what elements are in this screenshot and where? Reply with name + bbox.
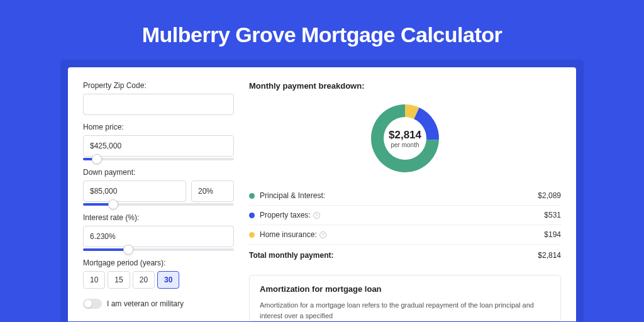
period-button-15[interactable]: 15 [108, 271, 130, 289]
total-value: $2,814 [538, 251, 561, 260]
interest-label: Interest rate (%): [83, 213, 234, 222]
breakdown-title: Monthly payment breakdown: [249, 81, 561, 91]
home-price-input[interactable] [83, 135, 234, 157]
home-price-label: Home price: [83, 123, 234, 131]
amortization-box: Amortization for mortgage loan Amortizat… [249, 275, 561, 321]
total-row: Total monthly payment: $2,814 [249, 245, 561, 266]
period-label: Mortgage period (years): [83, 258, 234, 267]
breakdown-item-label: Principal & Interest: [260, 191, 538, 200]
breakdown-list: Principal & Interest:$2,089Property taxe… [249, 186, 561, 245]
color-swatch [249, 232, 255, 238]
info-icon[interactable]: ? [313, 212, 320, 219]
veteran-toggle[interactable] [83, 299, 102, 309]
interest-slider[interactable] [83, 248, 234, 251]
breakdown-item-label: Home insurance:? [260, 230, 544, 239]
donut-amount: $2,814 [389, 129, 421, 142]
zip-label: Property Zip Code: [83, 81, 234, 90]
breakdown-row: Home insurance:?$194 [249, 225, 561, 245]
amortization-title: Amortization for mortgage loan [260, 284, 550, 294]
breakdown-row: Property taxes:?$531 [249, 206, 561, 225]
down-payment-amount-input[interactable] [83, 180, 186, 202]
calculator-card: Property Zip Code: Home price: Down paym… [68, 67, 576, 321]
breakdown-column: Monthly payment breakdown: $2,814 per mo… [249, 79, 561, 321]
down-payment-slider[interactable] [83, 203, 234, 206]
veteran-label: I am veteran or military [107, 299, 184, 308]
breakdown-item-label: Property taxes:? [260, 211, 544, 219]
period-button-10[interactable]: 10 [83, 271, 105, 289]
breakdown-item-value: $2,089 [538, 191, 561, 200]
amortization-text: Amortization for a mortgage loan refers … [260, 300, 550, 321]
info-icon[interactable]: ? [319, 231, 326, 238]
page-title: Mulberry Grove Mortgage Calculator [0, 0, 644, 60]
period-button-30[interactable]: 30 [157, 271, 179, 289]
zip-input[interactable] [83, 94, 234, 115]
color-swatch [249, 213, 255, 218]
period-button-group: 10152030 [83, 271, 234, 289]
breakdown-item-value: $194 [544, 230, 561, 239]
donut-chart: $2,814 per month [367, 101, 443, 176]
form-column: Property Zip Code: Home price: Down paym… [83, 79, 234, 321]
interest-input[interactable] [83, 226, 234, 247]
down-payment-percent-input[interactable] [191, 180, 234, 202]
breakdown-row: Principal & Interest:$2,089 [249, 186, 561, 206]
period-button-20[interactable]: 20 [133, 271, 155, 289]
donut-chart-wrap: $2,814 per month [249, 98, 561, 184]
total-label: Total monthly payment: [249, 251, 538, 260]
calculator-shell: Property Zip Code: Home price: Down paym… [60, 60, 584, 321]
down-payment-label: Down payment: [83, 168, 234, 177]
home-price-slider[interactable] [83, 158, 234, 160]
donut-sub: per month [389, 142, 421, 148]
breakdown-item-value: $531 [544, 211, 561, 219]
color-swatch [249, 193, 255, 199]
